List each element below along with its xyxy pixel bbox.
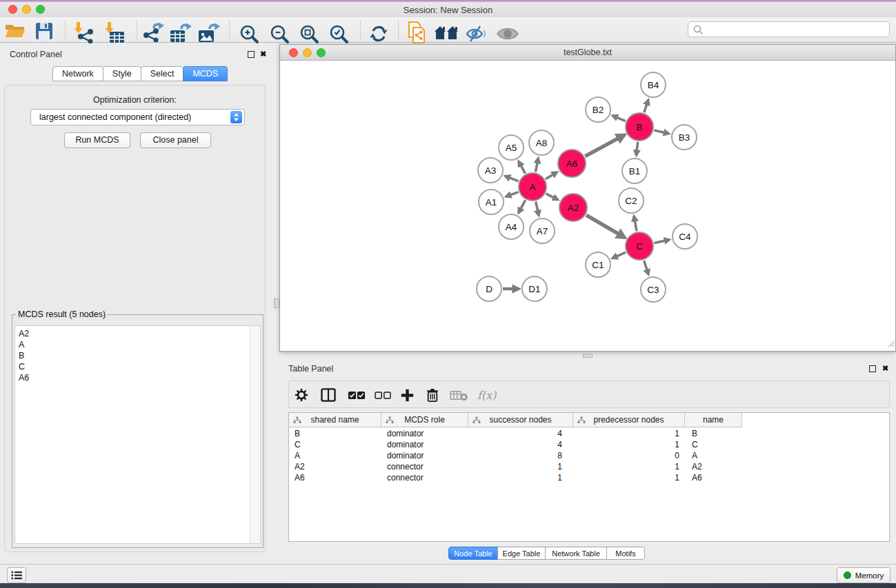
tab-motifs[interactable]: Motifs (606, 547, 645, 560)
task-history-button[interactable] (7, 567, 26, 583)
graph-node-C2[interactable]: C2 (618, 187, 644, 214)
table-settings-gear-icon[interactable] (295, 381, 308, 409)
desktop-background-bottom (0, 583, 896, 588)
graph-node-A3[interactable]: A3 (477, 157, 504, 183)
table-close-panel-icon[interactable]: ✖ (882, 364, 888, 373)
cell: 0 (573, 450, 685, 461)
graph-node-A5[interactable]: A5 (498, 134, 524, 161)
graph-edge-B-B2[interactable] (613, 116, 625, 121)
column-header-name[interactable]: name (685, 413, 742, 427)
graph-node-C[interactable]: C (625, 232, 654, 261)
horizontal-splitter-handle[interactable] (583, 354, 593, 358)
cell: 1 (573, 461, 685, 472)
column-header-predecessor-nodes[interactable]: predecessor nodes (573, 413, 685, 427)
search-icon (693, 25, 704, 35)
graph-node-D[interactable]: D (476, 276, 502, 302)
mcds-result-list[interactable]: A2ABCA6 (14, 325, 261, 544)
hide-graphics-details-icon[interactable] (465, 24, 488, 46)
run-mcds-button[interactable]: Run MCDS (64, 132, 130, 148)
graph-edge-A-A4[interactable] (519, 200, 526, 212)
open-session-icon[interactable] (5, 23, 26, 42)
table-row-A2[interactable]: A2connector11A2 (289, 461, 889, 472)
search-input[interactable] (688, 21, 890, 37)
result-item[interactable]: A6 (15, 372, 260, 383)
table-row-C[interactable]: Cdominator41C (289, 439, 889, 450)
graph-edge-A-A5[interactable] (519, 161, 526, 173)
new-network-file-icon[interactable] (406, 21, 428, 46)
graph-edge-C-C3[interactable] (644, 261, 648, 274)
memory-button[interactable]: Memory (837, 567, 890, 583)
optimization-criterion-select[interactable]: largest connected component (directed) (30, 109, 245, 125)
delete-table-icon[interactable] (450, 381, 468, 409)
graph-edge-A-A8[interactable] (535, 159, 538, 172)
result-scrollbar[interactable] (250, 326, 260, 543)
graph-node-C4[interactable]: C4 (672, 223, 698, 250)
window-title: Session: New Session (0, 5, 896, 15)
delete-column-icon[interactable] (426, 381, 439, 409)
cell: A2 (289, 461, 381, 472)
refresh-icon[interactable] (368, 24, 389, 46)
show-graphics-details-icon[interactable] (496, 26, 519, 45)
graph-node-B4[interactable]: B4 (640, 72, 666, 98)
tab-node-table[interactable]: Node Table (448, 547, 498, 560)
graph-edge-A-A3[interactable] (505, 176, 518, 181)
graph-edge-A-A7[interactable] (536, 201, 539, 215)
table-float-window-icon[interactable] (869, 365, 876, 372)
save-session-icon[interactable] (35, 22, 53, 43)
graph-node-A[interactable]: A (518, 172, 547, 201)
tab-edge-table[interactable]: Edge Table (497, 547, 546, 560)
result-item[interactable]: C (15, 361, 260, 372)
graph-node-B1[interactable]: B1 (621, 158, 648, 184)
graph-node-C1[interactable]: C1 (585, 252, 611, 278)
graph-node-B2[interactable]: B2 (585, 97, 611, 123)
result-item[interactable]: B (15, 350, 260, 361)
column-header-successor-nodes[interactable]: successor nodes (468, 413, 573, 427)
graph-edge-B-B1[interactable] (637, 142, 638, 155)
graph-node-A1[interactable]: A1 (478, 189, 504, 215)
graph-node-D1[interactable]: D1 (521, 276, 548, 302)
graph-edge-A-A1[interactable] (506, 192, 519, 197)
graph-node-A6[interactable]: A6 (557, 149, 586, 178)
tab-style[interactable]: Style (103, 66, 141, 81)
table-row-A[interactable]: Adominator80A (289, 450, 889, 461)
close-panel-button[interactable]: Close panel (140, 132, 211, 148)
close-panel-icon[interactable]: ✖ (260, 50, 266, 59)
graph-edge-C-C2[interactable] (634, 216, 637, 232)
column-header-MCDS-role[interactable]: MCDS role (381, 413, 468, 427)
tab-select[interactable]: Select (141, 66, 184, 81)
create-column-icon[interactable] (401, 381, 414, 409)
table-row-A6[interactable]: A6connector11A6 (289, 472, 889, 483)
graph-node-B3[interactable]: B3 (671, 124, 697, 150)
function-builder-icon[interactable]: f(x) (477, 381, 496, 409)
graph-edge-A-A6[interactable] (546, 172, 557, 179)
graph-edge-A-A2[interactable] (546, 194, 558, 200)
graph-node-A8[interactable]: A8 (528, 130, 555, 156)
result-item[interactable]: A (15, 339, 260, 350)
graph-node-C3[interactable]: C3 (640, 276, 666, 303)
graph-node-A4[interactable]: A4 (498, 214, 524, 240)
tab-network-table[interactable]: Network Table (545, 547, 607, 560)
graph-node-B[interactable]: B (625, 112, 654, 141)
tab-network[interactable]: Network (52, 66, 103, 81)
graph-edge-A2-C[interactable] (586, 215, 624, 237)
graph-edge-C-C1[interactable] (613, 252, 626, 258)
tab-mcds[interactable]: MCDS (183, 66, 228, 81)
float-window-icon[interactable] (248, 51, 255, 58)
home-icon[interactable] (434, 25, 460, 44)
show-columns-icon[interactable] (321, 381, 336, 409)
graph-edge-C-C4[interactable] (655, 240, 670, 243)
table-row-B[interactable]: Bdominator41B (289, 428, 889, 439)
select-all-columns-icon[interactable] (348, 381, 366, 409)
graph-node-A7[interactable]: A7 (529, 218, 555, 244)
graph-edge-A6-B[interactable] (585, 135, 624, 156)
graph-node-A2[interactable]: A2 (559, 193, 588, 222)
graph-edge-B-B3[interactable] (654, 130, 668, 134)
network-canvas[interactable]: AA1A2A3A4A5A6A7A8BB1B2B3B4CC1C2C3C4DD1 (280, 61, 895, 351)
result-item[interactable]: A2 (15, 328, 260, 339)
unselect-all-columns-icon[interactable] (375, 381, 391, 409)
graph-edge-B-B4[interactable] (644, 100, 648, 112)
node-table[interactable]: shared nameMCDS rolesuccessor nodesprede… (288, 412, 890, 542)
column-header-shared-name[interactable]: shared name (289, 413, 381, 427)
resize-grip-icon[interactable] (886, 338, 895, 350)
vertical-splitter-handle[interactable] (274, 298, 279, 308)
